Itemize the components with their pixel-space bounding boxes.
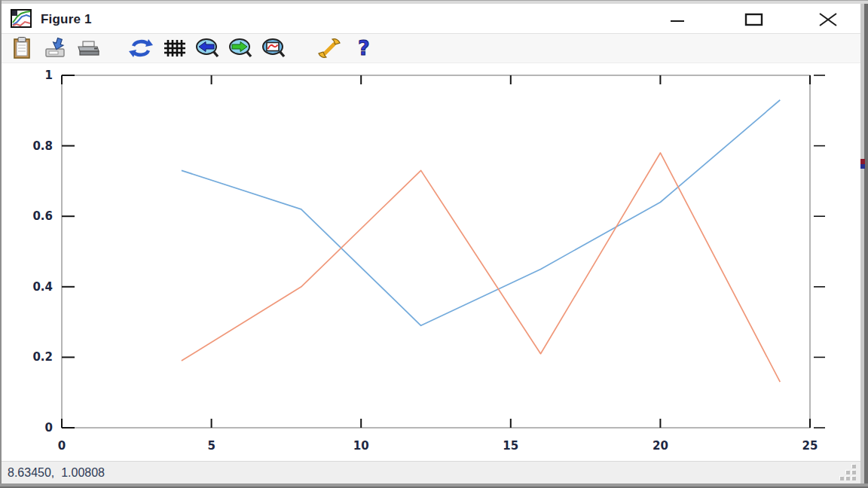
status-bar: 8.63450, 1.00808: [2, 461, 860, 483]
zoom-in-button[interactable]: [228, 36, 253, 60]
printer-icon: [75, 36, 101, 60]
help-button[interactable]: ?: [350, 36, 375, 60]
original-view-magnifier-icon: [261, 36, 286, 60]
x-tick-label: 0: [58, 439, 66, 453]
window-border-top: [0, 0, 868, 4]
x-tick-label: 25: [802, 439, 818, 453]
y-tick-label: 0: [45, 421, 53, 435]
figure-chart-icon[interactable]: [11, 9, 32, 28]
plot-canvas[interactable]: 051015202500.20.40.60.81: [2, 63, 860, 461]
minimize-button[interactable]: [662, 7, 695, 32]
close-button[interactable]: [811, 7, 845, 32]
maximize-button[interactable]: [738, 7, 771, 32]
toolbar: ?: [2, 33, 860, 63]
x-tick-label: 20: [653, 439, 668, 453]
question-mark-icon: ?: [350, 36, 375, 60]
x-tick-label: 5: [207, 439, 215, 453]
copy-to-clipboard-button[interactable]: [9, 36, 35, 60]
cursor-coordinates: 8.63450, 1.00808: [8, 462, 105, 484]
grid-icon: [161, 36, 187, 60]
svg-text:?: ?: [358, 36, 370, 59]
clipboard-icon: [9, 36, 35, 60]
original-view-button[interactable]: [261, 36, 286, 60]
window-border-bottom[interactable]: [0, 483, 868, 488]
zoom-in-green-arrow-icon: [228, 36, 253, 60]
zoom-out-button[interactable]: [194, 36, 220, 60]
print-button[interactable]: [75, 36, 101, 60]
figure-properties-button[interactable]: [316, 36, 342, 60]
zoom-grid-button[interactable]: [161, 36, 187, 60]
window-border-right[interactable]: [860, 4, 868, 488]
y-tick-label: 1: [45, 69, 53, 82]
window-title: Figure 1: [41, 4, 92, 33]
window-border-left: [0, 0, 2, 488]
resize-grip-icon[interactable]: [838, 467, 856, 480]
y-tick-label: 0.2: [32, 350, 53, 364]
y-tick-label: 0.6: [32, 209, 53, 223]
series-blue: [182, 100, 780, 326]
series-orange: [182, 153, 780, 382]
background-window-artifact: [860, 159, 865, 169]
rotate-view-button[interactable]: [128, 36, 154, 60]
close-icon: [817, 10, 839, 29]
y-tick-label: 0.8: [32, 139, 53, 153]
wrench-icon: [316, 36, 342, 60]
maximize-icon: [743, 10, 766, 29]
title-bar[interactable]: Figure 1: [2, 4, 860, 33]
x-tick-label: 10: [353, 439, 369, 453]
export-icon: [42, 36, 68, 60]
export-save-button[interactable]: [42, 36, 68, 60]
zoom-out-blue-arrow-icon: [194, 36, 220, 60]
axes-box: [62, 75, 810, 428]
minimize-icon: [668, 10, 688, 29]
rotate-arrows-icon: [128, 36, 154, 60]
x-tick-label: 15: [503, 439, 518, 453]
y-tick-label: 0.4: [32, 280, 53, 294]
figure-window: Figure 1: [0, 0, 868, 488]
